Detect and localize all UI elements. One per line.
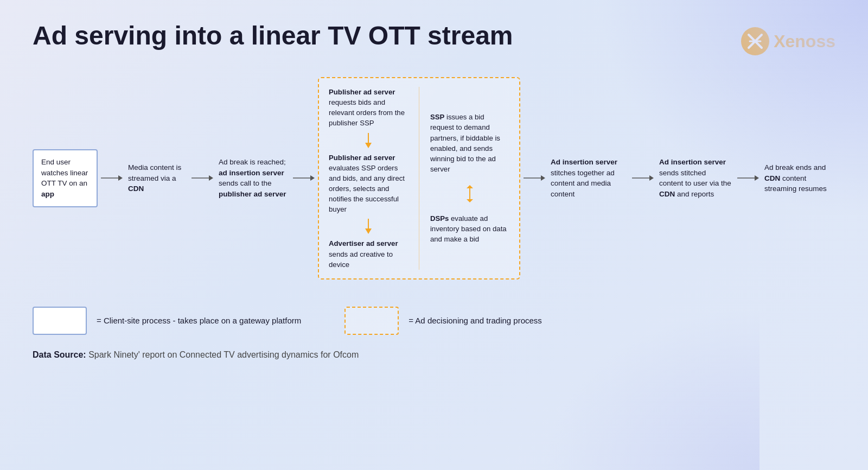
media-content-text: Media content is streamed via a CDN: [126, 158, 188, 199]
arrow-3: [290, 173, 318, 183]
final-step-text: Ad break ends and CDN content streaming …: [762, 158, 835, 199]
svg-marker-10: [365, 228, 372, 234]
ssp-dsps-col: SSP issues a bid request to demand partn…: [430, 87, 509, 270]
arrow-6: [734, 173, 762, 183]
legend-dashed-item: = Ad decisioning and trading process: [344, 307, 542, 335]
dsps-text: DSPs evaluate ad inventory based on data…: [430, 213, 509, 244]
advertiser-ad-server-text: Advertiser ad server sends ad creative t…: [329, 238, 408, 269]
arrow-4: [520, 173, 548, 183]
svg-marker-17: [649, 175, 654, 181]
double-arrow: [465, 185, 475, 202]
arrow-2: [188, 173, 216, 183]
ad-insertion-server-1-text: Ad insertion server stitches together ad…: [548, 153, 629, 204]
down-arrow-1: [363, 133, 373, 148]
svg-marker-8: [365, 143, 372, 148]
page: Ad serving into a linear TV OTT stream X…: [0, 0, 868, 470]
svg-marker-15: [541, 175, 545, 181]
diagram-container: End user watches linear OTT TV on an app…: [33, 77, 835, 280]
data-source-bold: Data Source:: [33, 350, 86, 359]
svg-marker-6: [310, 175, 315, 181]
logo: Xenoss: [741, 27, 835, 55]
legend-solid-label: = Client-site process - takes place on a…: [97, 316, 301, 325]
arrow-5: [629, 173, 657, 183]
end-user-text: End user watches linear OTT TV on an app: [41, 158, 88, 198]
header: Ad serving into a linear TV OTT stream X…: [33, 22, 835, 55]
logo-text: Xenoss: [774, 31, 835, 52]
down-arrow-2: [363, 219, 373, 234]
legend-solid-item: = Client-site process - takes place on a…: [33, 307, 301, 335]
end-user-box: End user watches linear OTT TV on an app: [33, 149, 98, 207]
legend-section: = Client-site process - takes place on a…: [33, 307, 835, 335]
ad-insertion-server-2-text: Ad insertion server sends stitched conte…: [657, 153, 734, 204]
publisher-ad-server-2-text: Publisher ad server evaluates SSP orders…: [329, 153, 408, 215]
svg-marker-2: [118, 175, 123, 181]
ad-break-text: Ad break is reached; ad insertion server…: [216, 153, 290, 204]
ssp-text: SSP issues a bid request to demand partn…: [430, 112, 509, 174]
data-source-section: Data Source: Spark Ninety' report on Con…: [33, 350, 835, 360]
legend-solid-box: [33, 307, 87, 335]
publisher-ad-server-1-text: Publisher ad server requests bids and re…: [329, 87, 408, 129]
data-source-text: Spark Ninety' report on Connected TV adv…: [86, 350, 359, 359]
arrow-1: [98, 173, 126, 183]
dashed-trading-area: Publisher ad server requests bids and re…: [318, 77, 520, 280]
legend-dashed-box: [344, 307, 399, 335]
publisher-chain-col: Publisher ad server requests bids and re…: [329, 87, 408, 270]
xenoss-logo-icon: [741, 27, 769, 55]
svg-marker-4: [209, 175, 213, 181]
legend-dashed-label: = Ad decisioning and trading process: [409, 316, 542, 325]
page-title: Ad serving into a linear TV OTT stream: [33, 22, 513, 50]
svg-marker-13: [467, 199, 473, 202]
svg-marker-19: [755, 175, 759, 181]
svg-marker-12: [467, 185, 473, 188]
vertical-separator: [419, 87, 419, 270]
